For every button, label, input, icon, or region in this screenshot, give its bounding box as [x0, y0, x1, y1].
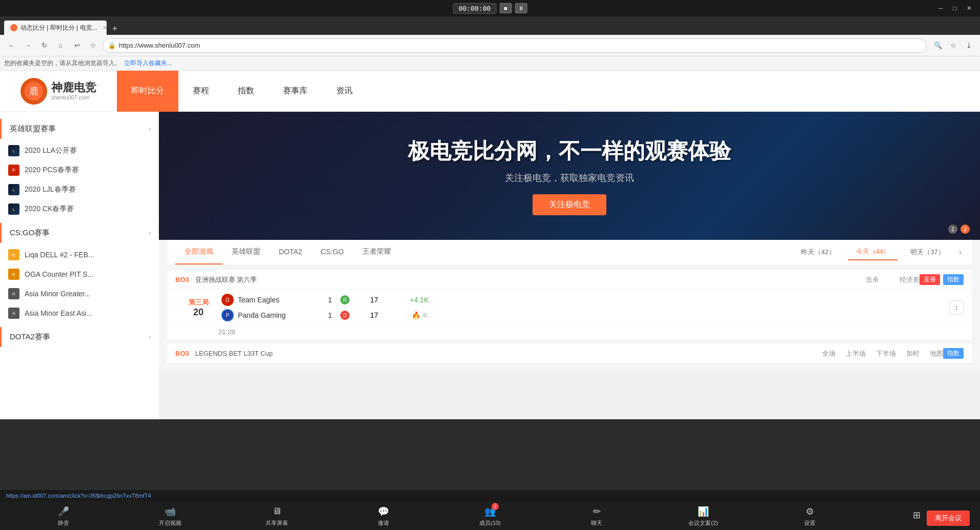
- search-icon[interactable]: 🔍: [931, 38, 945, 53]
- sidebar-item-asia-greater[interactable]: A Asia Minor Greater...: [0, 284, 159, 303]
- sidebar: 英雄联盟赛事 › L 2020 LLA公开赛 P 2020 PCS春季赛 L 2…: [0, 112, 159, 419]
- logo-icon: 鹿: [21, 78, 47, 105]
- banner-dot-2[interactable]: 2: [961, 225, 970, 234]
- date-today[interactable]: 今天（44）: [848, 244, 898, 260]
- toolbar-chat[interactable]: ✏ 聊天: [581, 505, 612, 527]
- asia-east-icon: A: [8, 308, 19, 319]
- toolbar-invite[interactable]: 💬 邀请: [368, 505, 399, 527]
- nav-bar: ← → ↻ ⌂ ↩ ☆ 🔒 https://www.shenlu007.com …: [0, 35, 980, 56]
- match-type-2: BO3: [175, 350, 189, 357]
- back-btn[interactable]: ←: [4, 38, 18, 53]
- minimize-btn[interactable]: ─: [934, 3, 947, 13]
- date-tomorrow[interactable]: 明天（37）: [902, 244, 952, 260]
- sidebar-item-lla[interactable]: L 2020 LLA公开赛: [0, 141, 159, 160]
- match-teams: D Team Eagles 1 R 17: [221, 294, 949, 321]
- invite-label: 邀请: [378, 519, 389, 527]
- banner-dot-1[interactable]: 1: [948, 225, 957, 234]
- toolbar-share[interactable]: 🖥 共享屏幕: [261, 505, 292, 527]
- maximize-btn[interactable]: □: [948, 3, 962, 13]
- liqa-icon: C: [8, 249, 19, 260]
- sidebar-dota-header[interactable]: DOTA2赛事 ›: [0, 327, 159, 347]
- nav-item-schedule[interactable]: 赛程: [178, 71, 223, 112]
- bottom-toolbar: 🎤 静音 📹 开启视频 🖥 共享屏幕 💬 邀请 👥 1 成员(10) ✏ 聊天 …: [0, 501, 980, 530]
- reload-btn[interactable]: ↻: [37, 38, 51, 53]
- toolbar-settings[interactable]: ⚙ 设置: [794, 505, 825, 527]
- video-icon: 📹: [164, 505, 177, 518]
- badge-index-2[interactable]: 指数: [943, 348, 964, 359]
- nav-item-odds[interactable]: 指数: [223, 71, 269, 112]
- back2-btn[interactable]: ↩: [70, 38, 84, 53]
- toolbar-members[interactable]: 👥 1 成员(10): [475, 505, 505, 527]
- eagles-logo: D: [221, 294, 234, 306]
- tab-all-games[interactable]: 全部游戏: [175, 240, 222, 264]
- stop-btn[interactable]: ■: [499, 3, 512, 13]
- nav-item-library[interactable]: 赛事库: [269, 71, 322, 112]
- new-tab-btn[interactable]: +: [109, 23, 121, 35]
- date-tabs: 昨天（42） 今天（44） 明天（37） ›: [793, 240, 964, 264]
- bookmark-import-link[interactable]: 立即导入收藏夹...: [124, 59, 172, 68]
- team-panda-row: P Panda Gaming 1 D 17: [221, 309, 949, 321]
- invite-icon: 💬: [377, 505, 390, 518]
- sidebar-item-oga[interactable]: C OGA Counter PIT S...: [0, 264, 159, 284]
- chat-label: 聊天: [591, 519, 602, 527]
- svg-text:D: D: [226, 297, 229, 303]
- toolbar-mute[interactable]: 🎤 静音: [48, 505, 79, 527]
- tab-honor[interactable]: 王者荣耀: [353, 240, 400, 264]
- svg-text:鹿: 鹿: [29, 86, 38, 96]
- tab-csgo[interactable]: CS:GO: [312, 240, 353, 264]
- site-logo[interactable]: 鹿 神鹿电竞 shenlu007.com: [21, 78, 96, 105]
- address-bar[interactable]: 🔒 https://www.shenlu007.com: [103, 38, 927, 53]
- date-yesterday[interactable]: 昨天（42）: [793, 244, 843, 260]
- game-tabs-left: 全部游戏 英雄联盟 DOTA2 CS:GO 王者荣耀: [175, 240, 400, 264]
- toolbar-docs[interactable]: 📊 会议文案(2): [688, 505, 719, 527]
- banner: 极电竞比分网，不一样的观赛体验 关注极电竞，获取独家电竞资讯 关注极电竞 1 2: [159, 112, 980, 240]
- match2-col-headers: 全场 上半场 下半场 加时 地图: [822, 349, 943, 358]
- match-badges-1: 直播 指数: [920, 274, 964, 285]
- browser-body: 鹿 神鹿电竞 shenlu007.com 即时比分 赛程 指数 赛事库 资讯 英…: [0, 71, 980, 419]
- refresh-icon[interactable]: ↕: [949, 300, 964, 315]
- sidebar-ljl-label: 2020 LJL春季赛: [25, 185, 76, 194]
- banner-dots: 1 2: [948, 225, 970, 234]
- match-section-2: BO3 LEGENDS.BET L33T Cup 全场 上半场 下半场 加时 地…: [167, 344, 972, 363]
- game-tabs-row: 全部游戏 英雄联盟 DOTA2 CS:GO 王者荣耀 昨天（42） 今天（44）…: [167, 240, 972, 265]
- tab-bar: 🦌 动态比分 | 即时比分 | 电竞... ✕ +: [0, 16, 980, 35]
- chat-icon: ✏: [590, 505, 603, 518]
- sidebar-lol-header[interactable]: 英雄联盟赛事 ›: [0, 119, 159, 139]
- titlebar: 00:00:00 ■ ⏸ ─ □ ✕: [0, 0, 980, 16]
- badge-live[interactable]: 直播: [920, 274, 940, 285]
- stat-header-gold: 经济差: [900, 275, 920, 284]
- sidebar-item-liqa[interactable]: C Liqa DELL #2 - FEB...: [0, 245, 159, 264]
- sidebar-cs-header[interactable]: CS:GO赛事 ›: [0, 223, 159, 243]
- toolbar-video[interactable]: 📹 开启视频: [155, 505, 186, 527]
- sidebar-ck-label: 2020 CK春季赛: [25, 205, 74, 214]
- match-stat-cols: 击杀 经济差: [866, 275, 920, 284]
- user-btn[interactable]: ⤓: [962, 38, 976, 53]
- pause-btn[interactable]: ⏸: [515, 3, 527, 13]
- home-btn[interactable]: ⌂: [53, 38, 68, 53]
- ssl-lock-icon: 🔒: [108, 42, 116, 49]
- ck-icon: L: [8, 203, 19, 215]
- banner-cta-btn[interactable]: 关注极电竞: [533, 194, 606, 215]
- forward-btn[interactable]: →: [21, 38, 35, 53]
- active-tab[interactable]: 🦌 动态比分 | 即时比分 | 电竞... ✕: [4, 21, 107, 35]
- docs-label: 会议文案(2): [688, 519, 718, 527]
- badge-index-1[interactable]: 指数: [943, 274, 964, 285]
- date-next-icon[interactable]: ›: [957, 246, 964, 259]
- eagles-gold-val: +4.1K: [410, 296, 429, 304]
- sidebar-liqa-label: Liqa DELL #2 - FEB...: [25, 251, 94, 259]
- nav-item-live[interactable]: 即时比分: [117, 71, 178, 112]
- tab-dota2[interactable]: DOTA2: [270, 240, 312, 264]
- docs-icon: 📊: [697, 505, 710, 518]
- tab-lol[interactable]: 英雄联盟: [222, 240, 270, 264]
- bookmark-star[interactable]: ☆: [86, 38, 100, 53]
- sidebar-item-ck[interactable]: L 2020 CK春季赛: [0, 199, 159, 219]
- tab-close-btn[interactable]: ✕: [103, 25, 107, 31]
- leave-meeting-btn[interactable]: 离开会议: [927, 511, 970, 526]
- nav-item-news[interactable]: 资讯: [322, 71, 367, 112]
- sidebar-item-asia-east[interactable]: A Asia Minor East Asi...: [0, 303, 159, 323]
- eagles-kills: 17: [354, 296, 395, 304]
- sidebar-item-pcs[interactable]: P 2020 PCS春季赛: [0, 160, 159, 180]
- sidebar-item-ljl[interactable]: L 2020 LJL春季赛: [0, 180, 159, 199]
- extensions-btn[interactable]: ☆: [946, 38, 961, 53]
- close-btn[interactable]: ✕: [963, 3, 976, 13]
